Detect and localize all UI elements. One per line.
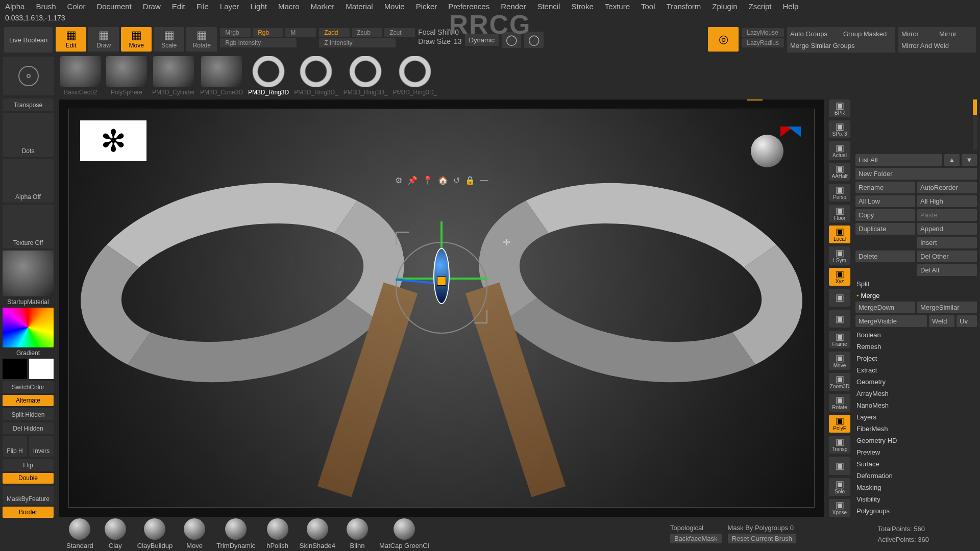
edit-mode-button[interactable]: ▦Edit: [56, 27, 86, 52]
all-low-button[interactable]: All Low: [855, 195, 915, 207]
append-button[interactable]: Append: [917, 223, 977, 235]
new-folder-button[interactable]: New Folder: [855, 168, 977, 180]
brush-claybuildup[interactable]: ClayBuildup: [137, 518, 173, 549]
double-button[interactable]: Double: [3, 473, 54, 484]
zadd-toggle[interactable]: Zadd: [319, 28, 350, 37]
copy-button[interactable]: Copy: [855, 209, 915, 221]
subtool-6[interactable]: PM3D_Ring3D_: [344, 56, 388, 96]
menu-edit[interactable]: Edit: [172, 2, 185, 11]
gizmo-bar-icon-4[interactable]: ↺: [453, 176, 460, 185]
gizmo-bar-icon-3[interactable]: 🏠: [438, 176, 448, 185]
paste-button[interactable]: Paste: [917, 209, 977, 221]
lazyradius-label[interactable]: LazyRadius: [742, 38, 784, 47]
split-section[interactable]: Split: [855, 278, 977, 290]
menu-stroke[interactable]: Stroke: [571, 2, 593, 11]
extract-section[interactable]: Extract: [855, 364, 977, 376]
switchcolor-button[interactable]: SwitchColor: [3, 381, 54, 393]
zsub-toggle[interactable]: Zsub: [352, 28, 382, 37]
section-polygroups[interactable]: Polygroups: [855, 505, 977, 517]
project-section[interactable]: Project: [855, 353, 977, 364]
canvas-tool-Xyz[interactable]: ▣Xyz: [829, 268, 850, 286]
auto-groups-button[interactable]: Auto Groups: [789, 29, 840, 39]
brush-move[interactable]: Move: [184, 518, 205, 549]
scale-mode-button[interactable]: ▦Scale: [154, 27, 184, 52]
section-geometry-hd[interactable]: Geometry HD: [855, 435, 977, 446]
menu-macro[interactable]: Macro: [278, 2, 300, 11]
border-button[interactable]: Border: [3, 507, 54, 518]
brush-clay[interactable]: Clay: [105, 518, 126, 549]
menu-tool[interactable]: Tool: [641, 2, 655, 11]
section-nanomesh[interactable]: NanoMesh: [855, 399, 977, 411]
mrgb-toggle[interactable]: Mrgb: [220, 28, 251, 37]
flip-button[interactable]: Flip: [3, 459, 54, 471]
menu-brush[interactable]: Brush: [36, 2, 56, 11]
dynamic-toggle[interactable]: Dynamic: [465, 34, 499, 46]
section-visibility[interactable]: Visibility: [855, 493, 977, 505]
gizmo-bar-icon-5[interactable]: 🔒: [465, 176, 475, 185]
split-hidden-button[interactable]: Split Hidden: [3, 408, 54, 420]
fliph-button[interactable]: Flip H: [3, 436, 27, 457]
section-deformation[interactable]: Deformation: [855, 470, 977, 482]
boolean-section[interactable]: Boolean: [855, 329, 977, 341]
m-toggle[interactable]: M: [285, 28, 316, 37]
brush-blinn[interactable]: Blinn: [347, 518, 368, 549]
canvas-tool-Local[interactable]: ▣Local: [829, 226, 850, 243]
brush-hpolish[interactable]: hPolish: [266, 518, 288, 549]
color-picker[interactable]: [3, 308, 54, 347]
subtool-4[interactable]: PM3D_Ring3D: [248, 56, 289, 96]
canvas-tool-9[interactable]: ▣: [829, 289, 850, 307]
menu-draw[interactable]: Draw: [143, 2, 161, 11]
menu-zscript[interactable]: Zscript: [749, 2, 772, 11]
brush-matcap greencl[interactable]: MatCap GreenCl: [379, 518, 429, 549]
selected-ring[interactable]: [433, 248, 450, 304]
live-boolean-button[interactable]: Live Boolean: [4, 27, 53, 53]
mirror-b-button[interactable]: Mirror: [938, 29, 974, 39]
gradient-label[interactable]: Gradient: [16, 349, 40, 357]
subtool-7[interactable]: PM3D_Ring3D_: [393, 56, 437, 96]
menu-stencil[interactable]: Stencil: [537, 2, 560, 11]
menu-material[interactable]: Material: [346, 2, 373, 11]
gizmo-toolbar[interactable]: ⚙📌📍🏠↺🔒—: [395, 176, 488, 185]
menu-file[interactable]: File: [197, 2, 209, 11]
brush-skinshade4[interactable]: SkinShade4: [300, 518, 335, 549]
topological-toggle[interactable]: Topological: [670, 524, 722, 532]
texture-slot[interactable]: Texture Off: [3, 205, 54, 248]
subtool-3[interactable]: PM3D_Cone3D: [200, 56, 243, 96]
gizmo-bar-icon-1[interactable]: 📌: [407, 176, 418, 185]
section-geometry[interactable]: Geometry: [855, 376, 977, 388]
remesh-section[interactable]: Remesh: [855, 341, 977, 353]
canvas-tool-PolyF[interactable]: ▣PolyF: [829, 415, 850, 433]
menu-render[interactable]: Render: [501, 2, 526, 11]
canvas-tool-LSym[interactable]: ▣LSym: [829, 246, 850, 264]
move-up-button[interactable]: ▲: [944, 154, 960, 166]
reset-brush-button[interactable]: Reset Current Brush: [728, 534, 797, 543]
all-high-button[interactable]: All High: [917, 195, 977, 207]
gizmo-center[interactable]: [437, 277, 446, 286]
subtool-0[interactable]: BasicGeo02: [60, 56, 101, 96]
viewport[interactable]: ✻ ⚙📌📍🏠↺🔒— ✛: [68, 109, 815, 508]
mirror-a-button[interactable]: Mirror: [900, 29, 936, 39]
delete-button[interactable]: Delete: [855, 251, 915, 262]
menu-alpha[interactable]: Alpha: [5, 2, 24, 11]
menu-color[interactable]: Color: [67, 2, 86, 11]
swatch-pair[interactable]: [3, 359, 54, 379]
section-preview[interactable]: Preview: [855, 446, 977, 458]
merge-similar-button[interactable]: Merge Similar Groups: [789, 41, 893, 51]
merge-section[interactable]: •Merge: [855, 290, 977, 302]
merge-similar-button[interactable]: MergeSimilar: [917, 302, 977, 313]
menu-marker[interactable]: Marker: [311, 2, 335, 11]
canvas-tool-Solo[interactable]: ▣Solo: [829, 478, 850, 496]
section-arraymesh[interactable]: ArrayMesh: [855, 388, 977, 399]
canvas-tool-BPR[interactable]: ▣BPR: [829, 99, 850, 117]
section-masking[interactable]: Masking: [855, 482, 977, 493]
section-surface[interactable]: Surface: [855, 458, 977, 470]
dots-brush-slot[interactable]: Dots: [3, 113, 54, 157]
material-slot[interactable]: [3, 251, 54, 296]
invers-button[interactable]: Invers: [29, 436, 54, 457]
canvas-tool-Actual[interactable]: ▣Actual: [829, 141, 850, 159]
canvas-tool-SPix 3[interactable]: ▣SPix 3: [829, 120, 850, 138]
del-hidden-button[interactable]: Del Hidden: [3, 422, 54, 435]
menu-preferences[interactable]: Preferences: [448, 2, 489, 11]
gizmo-bar-icon-6[interactable]: —: [480, 176, 488, 185]
menu-layer[interactable]: Layer: [220, 2, 239, 11]
